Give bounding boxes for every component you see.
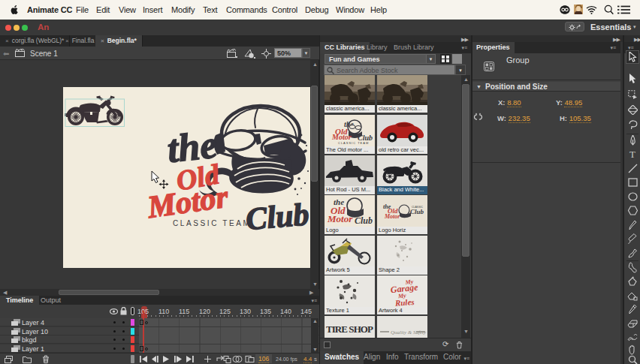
svg-text:Rules: Rules [394, 297, 414, 307]
svg-text:Motor: Motor [327, 213, 353, 224]
svg-text:Quality & Safety: Quality & Safety [391, 329, 427, 335]
svg-text:CLASSIC TEAM: CLASSIC TEAM [338, 141, 369, 145]
svg-text:CLASSIC: CLASSIC [412, 206, 423, 209]
svg-text:Club: Club [410, 208, 424, 215]
svg-text:Club: Club [355, 215, 373, 226]
svg-text:Motor: Motor [331, 133, 352, 141]
svg-text:Motor: Motor [145, 179, 231, 225]
svg-text:TIRE SHOP: TIRE SHOP [326, 323, 373, 335]
svg-text:Club: Club [244, 197, 310, 236]
svg-text:CLASSIC TEAM: CLASSIC TEAM [173, 219, 251, 227]
svg-text:Motor: Motor [384, 213, 400, 220]
